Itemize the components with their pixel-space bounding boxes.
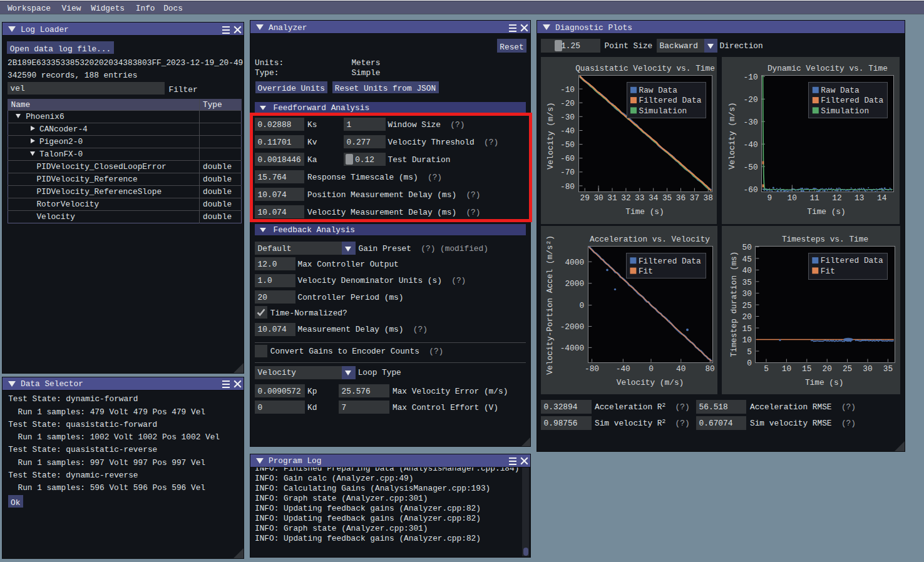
- svg-text:-2000: -2000: [560, 322, 584, 332]
- svg-text:34: 34: [649, 193, 659, 203]
- svg-text:-20: -20: [744, 95, 758, 104]
- svg-text:4000: 4000: [565, 258, 584, 267]
- svg-text:45: 45: [742, 255, 752, 264]
- svg-text:80: 80: [705, 364, 714, 374]
- svg-text:-30: -30: [744, 117, 758, 126]
- svg-text:Velocity (m/s): Velocity (m/s): [617, 378, 684, 387]
- svg-text:12: 12: [832, 193, 841, 203]
- svg-text:10: 10: [788, 193, 797, 203]
- svg-text:30: 30: [863, 364, 872, 374]
- svg-text:Velocity-Portion Accel (m/s²): Velocity-Portion Accel (m/s²): [545, 235, 555, 375]
- svg-text:Quasistatic Velocity vs. Time: Quasistatic Velocity vs. Time: [575, 63, 715, 73]
- svg-text:35: 35: [742, 278, 752, 287]
- svg-text:Time (s): Time (s): [625, 207, 664, 217]
- svg-text:Filtered Data: Filtered Data: [821, 96, 883, 105]
- svg-text:-60: -60: [560, 154, 575, 163]
- svg-text:10: 10: [742, 335, 752, 345]
- svg-text:-60: -60: [744, 185, 758, 194]
- svg-text:Dynamic Velocity vs. Time: Dynamic Velocity vs. Time: [767, 63, 888, 73]
- svg-text:35: 35: [662, 193, 672, 203]
- svg-text:Fit: Fit: [821, 267, 835, 276]
- svg-text:Timesteps vs. Time: Timesteps vs. Time: [782, 235, 868, 244]
- svg-text:-70: -70: [560, 168, 575, 177]
- svg-text:25: 25: [843, 364, 852, 374]
- svg-text:-50: -50: [560, 140, 575, 150]
- svg-text:0: 0: [649, 364, 654, 374]
- svg-text:13: 13: [855, 193, 864, 203]
- svg-text:Acceleration vs. Velocity: Acceleration vs. Velocity: [590, 235, 710, 244]
- svg-text:-40: -40: [560, 126, 575, 136]
- svg-text:15: 15: [802, 364, 811, 374]
- svg-text:-50: -50: [744, 162, 758, 171]
- svg-text:5: 5: [764, 364, 769, 374]
- svg-text:Simulation: Simulation: [639, 106, 687, 115]
- svg-text:Raw Data: Raw Data: [639, 86, 678, 95]
- svg-text:Filtered Data: Filtered Data: [639, 96, 702, 105]
- svg-text:50: 50: [742, 243, 752, 252]
- svg-text:Filtered Data: Filtered Data: [821, 256, 883, 265]
- svg-text:Velocity (m/s): Velocity (m/s): [546, 102, 555, 170]
- svg-text:-40: -40: [744, 140, 758, 149]
- svg-text:36: 36: [676, 193, 685, 203]
- svg-text:Raw Data: Raw Data: [821, 86, 860, 95]
- svg-text:-20: -20: [560, 98, 575, 108]
- svg-text:40: 40: [742, 266, 752, 275]
- svg-text:Timestep duration (ms): Timestep duration (ms): [729, 252, 739, 357]
- svg-text:-30: -30: [560, 112, 575, 121]
- svg-text:37: 37: [690, 193, 699, 203]
- svg-text:0: 0: [579, 301, 584, 310]
- svg-text:-4000: -4000: [560, 344, 584, 353]
- svg-text:Velocity (m/s): Velocity (m/s): [727, 102, 737, 170]
- svg-text:20: 20: [823, 364, 832, 374]
- svg-text:30: 30: [593, 193, 603, 203]
- svg-text:11: 11: [809, 193, 819, 203]
- svg-text:-80: -80: [585, 364, 599, 374]
- svg-text:2000: 2000: [565, 279, 584, 289]
- svg-text:33: 33: [635, 193, 644, 203]
- svg-text:-10: -10: [744, 72, 758, 81]
- svg-text:31: 31: [607, 193, 617, 203]
- svg-text:32: 32: [621, 193, 630, 203]
- svg-text:9: 9: [767, 193, 773, 203]
- svg-text:14: 14: [877, 193, 887, 203]
- svg-text:25: 25: [742, 301, 752, 310]
- svg-text:15: 15: [742, 324, 752, 334]
- svg-text:Time (s): Time (s): [805, 378, 843, 387]
- svg-text:Fit: Fit: [639, 267, 653, 276]
- svg-text:-40: -40: [616, 364, 630, 374]
- svg-text:10: 10: [782, 364, 791, 374]
- svg-text:29: 29: [580, 193, 590, 203]
- svg-text:30: 30: [742, 289, 752, 299]
- svg-text:-80: -80: [560, 181, 575, 191]
- svg-text:40: 40: [676, 364, 685, 374]
- svg-text:20: 20: [742, 312, 752, 322]
- svg-text:Time (s): Time (s): [807, 207, 845, 217]
- svg-text:Filtered Data: Filtered Data: [639, 257, 701, 266]
- svg-text:38: 38: [704, 193, 713, 203]
- svg-text:35: 35: [883, 364, 893, 374]
- svg-text:-10: -10: [560, 84, 575, 94]
- svg-text:Simulation: Simulation: [821, 106, 869, 115]
- svg-text:0: 0: [747, 359, 752, 368]
- svg-text:5: 5: [747, 347, 752, 357]
